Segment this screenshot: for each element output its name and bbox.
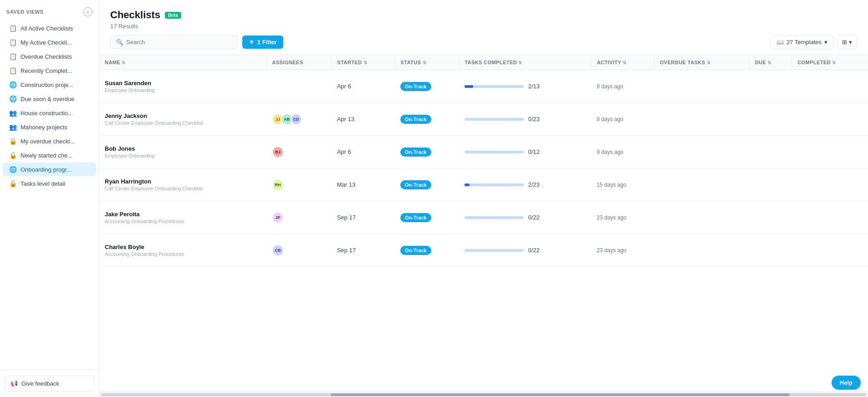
- sidebar-item-my-overdue[interactable]: 🔒 My overdue checkl...: [3, 134, 96, 148]
- col-header-status[interactable]: STATUS⇅: [395, 55, 459, 70]
- sort-icon: ⇅: [832, 60, 836, 65]
- sidebar-item-recently-completed[interactable]: 📋 Recently Complet...: [3, 64, 96, 77]
- sidebar-item-tasks-level[interactable]: 🔒 Tasks level detail: [3, 177, 96, 190]
- activity-text: 8 days ago: [597, 116, 623, 122]
- progress-bar: [465, 183, 524, 186]
- sidebar-footer: 📢 Give feedback: [0, 370, 99, 397]
- status-badge: On-Track: [400, 213, 431, 222]
- feedback-label: Give feedback: [21, 380, 59, 387]
- cell-activity-row5: 23 days ago: [591, 201, 654, 234]
- sort-icon: ⇅: [707, 60, 710, 65]
- col-header-activity[interactable]: ACTIVITY⇅: [591, 55, 654, 70]
- sidebar-label-onboarding: Onboarding progr...: [20, 166, 71, 173]
- help-button[interactable]: Help: [832, 376, 861, 390]
- cell-assignees-row4: RH: [266, 168, 332, 201]
- cell-tasks-row5: 0/22: [459, 201, 591, 234]
- table-row[interactable]: Susan Sarenden Employee Onboarding Apr 6…: [99, 70, 868, 103]
- sort-icon: ⇅: [423, 60, 426, 65]
- view-toggle-button[interactable]: ⊞ ▾: [837, 35, 857, 49]
- sidebar-icon-newly-started: 🔒: [9, 152, 17, 159]
- cell-due-row3: [749, 136, 792, 168]
- table-row[interactable]: Charles Boyle Accounting Onboarding Proc…: [99, 234, 868, 267]
- row-sub: Call Center Employee Onboarding Checklis…: [105, 186, 261, 191]
- cell-status-row1: On-Track: [395, 70, 459, 103]
- sidebar-item-due-soon[interactable]: 🌐 Due soon & overdue: [3, 92, 96, 106]
- cell-name-row3: Bob Jones Employee Onboarding: [99, 136, 266, 168]
- avatar: JP: [272, 212, 284, 224]
- cell-overdue-row6: [654, 234, 749, 267]
- table-row[interactable]: Ryan Harrington Call Center Employee Onb…: [99, 168, 868, 201]
- cell-activity-row3: 9 days ago: [591, 136, 654, 168]
- sidebar-label-newly-started: Newly started che...: [20, 152, 72, 159]
- col-header-overdue_tasks[interactable]: OVERDUE TASKS⇅: [654, 55, 749, 70]
- tasks-count: 2/13: [528, 83, 540, 90]
- col-header-name[interactable]: NAME⇅: [99, 55, 266, 70]
- col-header-started[interactable]: STARTED⇅: [332, 55, 395, 70]
- table-container: NAME⇅ASSIGNEESSTARTED⇅STATUS⇅TASKS COMPL…: [99, 55, 868, 392]
- cell-activity-row6: 23 days ago: [591, 234, 654, 267]
- activity-text: 23 days ago: [597, 247, 626, 254]
- cell-tasks-row4: 2/23: [459, 168, 591, 201]
- sidebar-item-onboarding[interactable]: 🌐 Onboarding progr...: [3, 163, 96, 176]
- cell-assignees-row2: JJABCD: [266, 103, 332, 136]
- table-row[interactable]: Jake Perolta Accounting Onboarding Proce…: [99, 201, 868, 234]
- activity-text: 15 days ago: [597, 182, 626, 188]
- sidebar-icon-tasks-level: 🔒: [9, 180, 17, 187]
- cell-name-row4: Ryan Harrington Call Center Employee Onb…: [99, 168, 266, 201]
- table-header: NAME⇅ASSIGNEESSTARTED⇅STATUS⇅TASKS COMPL…: [99, 55, 868, 70]
- col-header-completed[interactable]: COMPLETED⇅: [792, 55, 868, 70]
- col-header-tasks_completed[interactable]: TASKS COMPLETED⇅: [459, 55, 591, 70]
- avatar: BJ: [272, 146, 284, 158]
- row-sub: Employee Onboarding: [105, 87, 261, 93]
- filter-button[interactable]: ▼ 1 Filter: [242, 36, 283, 49]
- cell-status-row4: On-Track: [395, 168, 459, 201]
- table-row[interactable]: Jenny Jackson Call Center Employee Onboa…: [99, 103, 868, 136]
- tasks-count: 0/22: [528, 214, 540, 221]
- sidebar-label-all-active: All Active Checklists: [20, 25, 73, 32]
- title-row: Checklists Beta: [110, 9, 857, 21]
- cell-tasks-row2: 0/23: [459, 103, 591, 136]
- avatar: CD: [290, 113, 302, 125]
- col-header-due[interactable]: DUE⇅: [749, 55, 792, 70]
- view-chevron-icon: ▾: [849, 39, 852, 46]
- search-input[interactable]: [126, 39, 232, 46]
- status-badge: On-Track: [400, 115, 431, 124]
- cell-activity-row1: 8 days ago: [591, 70, 654, 103]
- give-feedback-button[interactable]: 📢 Give feedback: [5, 376, 94, 392]
- table-row[interactable]: Bob Jones Employee Onboarding BJApr 6On-…: [99, 136, 868, 168]
- sidebar-label-mahoney: Mahoney projects: [20, 124, 67, 131]
- search-box[interactable]: 🔍: [110, 35, 238, 49]
- cell-completed-row6: [792, 234, 868, 267]
- checklists-table: NAME⇅ASSIGNEESSTARTED⇅STATUS⇅TASKS COMPL…: [99, 55, 868, 267]
- table-body: Susan Sarenden Employee Onboarding Apr 6…: [99, 70, 868, 267]
- cell-due-row1: [749, 70, 792, 103]
- cell-started-row3: Apr 6: [332, 136, 395, 168]
- templates-button[interactable]: 📖 27 Templates ▾: [771, 35, 833, 49]
- cell-assignees-row1: [266, 70, 332, 103]
- tasks-count: 0/12: [528, 148, 540, 155]
- sidebar-item-construction[interactable]: 🌐 Construction proje...: [3, 78, 96, 92]
- cell-status-row5: On-Track: [395, 201, 459, 234]
- cell-activity-row4: 15 days ago: [591, 168, 654, 201]
- activity-text: 23 days ago: [597, 214, 626, 221]
- cell-overdue-row4: [654, 168, 749, 201]
- add-view-button[interactable]: +: [83, 7, 92, 16]
- results-count: 17 Results: [110, 23, 857, 30]
- cell-started-row1: Apr 6: [332, 70, 395, 103]
- status-badge: On-Track: [400, 148, 431, 157]
- sidebar-item-mahoney[interactable]: 👥 Mahoney projects: [3, 120, 96, 134]
- sidebar-item-overdue[interactable]: 📋 Overdue Checklists: [3, 50, 96, 63]
- saved-views-label: Saved Views: [6, 9, 44, 15]
- cell-status-row6: On-Track: [395, 234, 459, 267]
- progress-bar: [465, 118, 524, 121]
- header-row: NAME⇅ASSIGNEESSTARTED⇅STATUS⇅TASKS COMPL…: [99, 55, 868, 70]
- sidebar-item-my-active[interactable]: 📋 My Active Checkli...: [3, 36, 96, 49]
- toolbar-left: 🔍 ▼ 1 Filter: [110, 35, 283, 49]
- sidebar-item-all-active[interactable]: 📋 All Active Checklists: [3, 21, 96, 35]
- horizontal-scrollbar[interactable]: [99, 392, 868, 397]
- sidebar-item-newly-started[interactable]: 🔒 Newly started che...: [3, 148, 96, 162]
- status-badge: On-Track: [400, 246, 431, 255]
- sidebar-item-house-construction[interactable]: 👥 House constructio...: [3, 106, 96, 120]
- templates-label: 27 Templates: [786, 39, 822, 46]
- activity-text: 9 days ago: [597, 149, 623, 155]
